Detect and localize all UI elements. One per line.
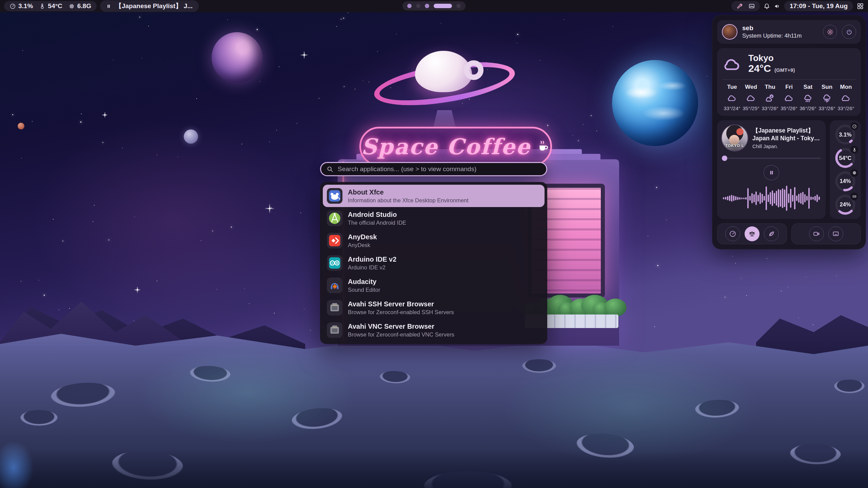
wrench-tray-icon[interactable] [736, 3, 743, 9]
star [657, 265, 658, 266]
star [297, 123, 297, 124]
capture-button[interactable] [809, 226, 824, 241]
power-icon [846, 28, 853, 36]
power-mode-button[interactable] [745, 226, 760, 241]
star [564, 19, 565, 20]
visualizer-bar [741, 198, 743, 199]
now-playing-pill[interactable]: 【Japanese Playlist】 J... [100, 0, 199, 12]
earth-planet [612, 60, 698, 146]
forecast-day: Sat [798, 84, 817, 90]
system-gauge: 3.1% [834, 123, 856, 146]
workspace-dot[interactable] [425, 4, 429, 8]
visualizer-bar [770, 192, 771, 204]
visualizer-bar [735, 196, 736, 200]
cloud-icon [784, 93, 794, 103]
workspace-dot[interactable] [456, 4, 461, 8]
star-sparkle [264, 203, 275, 214]
app-description: AnyDesk [348, 242, 377, 248]
image-tray-icon[interactable] [748, 3, 755, 9]
star [813, 324, 813, 325]
star [648, 236, 648, 237]
visualizer-bar [766, 186, 767, 210]
star [134, 217, 135, 217]
visualizer-bar [808, 188, 810, 209]
pause-button[interactable] [764, 165, 779, 180]
forecast-temps: 33°/26° [761, 105, 780, 111]
now-playing-text: 【Japanese Playlist】 J... [115, 2, 193, 11]
progress-handle[interactable] [722, 156, 727, 161]
app-grid-icon[interactable] [856, 2, 864, 10]
star [122, 148, 123, 148]
storm-icon [822, 93, 832, 103]
weather-city: Tokyo [748, 54, 795, 63]
audio-visualizer [722, 182, 821, 214]
visualizer-bar [725, 197, 726, 200]
app-list-item[interactable]: Avahi SSH Server Browser Browse for Zero… [323, 297, 545, 319]
anydesk-icon [327, 233, 342, 248]
leaf-icon [768, 230, 775, 238]
workspace-dot[interactable] [407, 4, 412, 8]
visualizer-bar [739, 197, 741, 200]
chip-icon [68, 3, 75, 9]
star [69, 308, 70, 309]
control-center-panel: seb System Uptime: 4h11m Tokyo 24°C (GMT… [712, 15, 866, 249]
rain-icon [803, 93, 813, 103]
app-list-item[interactable]: AnyDesk AnyDesk [323, 229, 545, 252]
workspace-indicator [402, 1, 466, 11]
top-bar: 3.1% 54°C 6.8G 【Japanese Playlist】 J... [0, 0, 868, 12]
workspace-dot[interactable] [434, 4, 452, 8]
settings-button[interactable] [823, 25, 837, 39]
capture-button[interactable] [828, 226, 843, 241]
audacity-icon [327, 278, 342, 293]
app-list-item[interactable]: About Xfce Information about the Xfce De… [323, 185, 545, 207]
pause-icon [769, 170, 774, 176]
visualizer-bar [816, 195, 818, 202]
star [94, 205, 95, 206]
forecast-day-cell: Thu 33°/26° [761, 84, 780, 111]
star [227, 19, 228, 20]
power-mode-button[interactable] [764, 226, 779, 241]
xfce-icon [327, 188, 342, 204]
star [44, 294, 45, 296]
forecast-day: Wed [742, 84, 761, 90]
forecast-day-cell: Sun 33°/26° [817, 84, 836, 111]
app-list-item[interactable]: Audacity Sound Editor [323, 274, 545, 297]
visualizer-bar [814, 196, 816, 201]
app-list-item[interactable]: Android Studio The official Android IDE [323, 207, 545, 229]
star [806, 277, 806, 278]
star [59, 309, 59, 310]
power-button[interactable] [842, 25, 856, 39]
search-input[interactable] [338, 165, 541, 173]
app-list-item[interactable]: Avahi VNC Server Browser Browse for Zero… [323, 319, 545, 341]
star [157, 155, 157, 155]
star [348, 13, 348, 13]
forecast-day: Fri [780, 84, 798, 90]
memory-value: 6.8G [77, 2, 91, 10]
neon-sign: Space Coffee [359, 127, 552, 166]
sign-stand [433, 110, 456, 128]
progress-track[interactable] [727, 158, 821, 159]
volume-icon[interactable] [774, 3, 781, 10]
system-stats-group: 3.1% 54°C 6.8G [4, 1, 97, 11]
power-mode-group [717, 223, 787, 244]
workspace-dot[interactable] [416, 4, 420, 8]
power-mode-button[interactable] [725, 226, 740, 241]
star [217, 289, 217, 290]
star [93, 221, 93, 222]
app-list-item[interactable]: Arduino IDE v2 Arduino IDE v2 [323, 252, 545, 274]
search-bar[interactable] [320, 162, 547, 176]
app-description: Information about the Xfce Desktop Envir… [348, 197, 469, 204]
visualizer-bar [747, 188, 749, 208]
star [244, 288, 245, 289]
clock[interactable]: 17:09 - Tue, 19 Aug [784, 1, 853, 11]
camera-icon [813, 230, 820, 238]
thermometer-icon [39, 3, 45, 9]
star [80, 121, 82, 123]
star [319, 98, 319, 99]
visualizer-bar [794, 187, 795, 209]
star [269, 142, 270, 142]
star [231, 226, 232, 228]
cpu-value: 3.1% [18, 2, 33, 10]
weather-timezone: (GMT+9) [774, 67, 795, 73]
notifications-bell-icon[interactable] [763, 3, 770, 10]
